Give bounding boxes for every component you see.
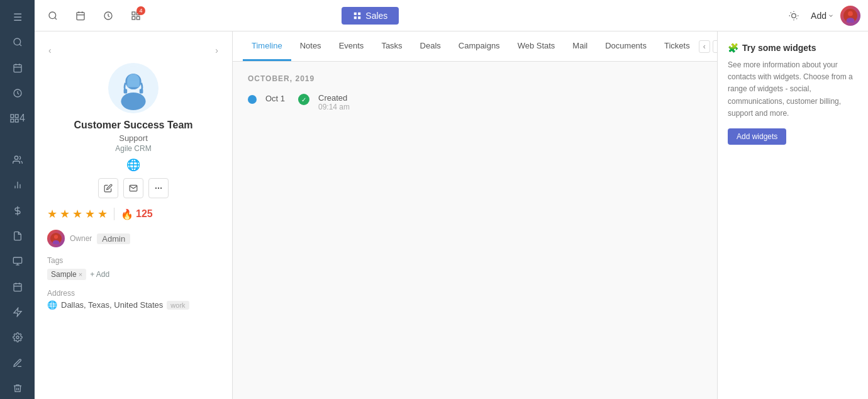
address-row: 🌐 Dallas, Texas, United States work [47, 300, 220, 310]
document-icon[interactable] [5, 225, 30, 247]
address-type-badge: work [167, 301, 189, 310]
divider [114, 208, 114, 220]
tab-prev-button[interactable]: ‹ [699, 40, 710, 53]
svg-rect-55 [124, 89, 128, 93]
settings-icon[interactable] [5, 327, 30, 348]
contact-nav-arrows: ‹ › [45, 44, 222, 57]
svg-rect-8 [15, 115, 18, 118]
svg-point-52 [121, 93, 145, 110]
calendar-topbar-icon[interactable] [70, 5, 91, 26]
contact-sidebar: ‹ › Customer Success Team [35, 31, 233, 399]
svg-point-0 [14, 38, 21, 45]
chart-icon[interactable] [5, 174, 30, 196]
prev-contact-button[interactable]: ‹ [45, 44, 55, 57]
contact-name: Customer Success Team [74, 120, 192, 131]
trash-icon[interactable] [5, 378, 30, 399]
svg-rect-32 [132, 12, 135, 15]
tab-events[interactable]: Events [330, 32, 373, 61]
svg-rect-35 [136, 16, 140, 20]
tab-timeline[interactable]: Timeline [243, 32, 291, 61]
svg-rect-39 [359, 16, 361, 19]
star-2[interactable]: ★ [60, 207, 70, 221]
edit-button[interactable] [98, 178, 118, 198]
globe-icon: 🌐 [126, 158, 140, 172]
address-section: Address 🌐 Dallas, Texas, United States w… [45, 289, 222, 310]
tabs-bar: Timeline Notes Events Tasks Deals Campai… [233, 31, 717, 62]
owner-name: Admin [97, 233, 130, 244]
tags-section-label: Tags [45, 256, 222, 265]
tab-mail[interactable]: Mail [564, 32, 596, 61]
timeline-item: Oct 1 ✓ Created 09:14 am [248, 93, 702, 111]
tag-remove-button[interactable]: × [79, 271, 82, 278]
timeline-event-time: 09:14 am [318, 103, 350, 111]
add-button[interactable]: Add [811, 11, 834, 21]
tab-deals[interactable]: Deals [411, 32, 450, 61]
apps-icon[interactable]: 4 [5, 108, 30, 129]
svg-point-59 [160, 188, 162, 189]
svg-rect-38 [354, 16, 357, 19]
svg-point-58 [158, 188, 159, 189]
svg-rect-9 [11, 120, 14, 123]
monitor-icon[interactable] [5, 250, 30, 272]
timeline-event-title: Created [318, 93, 350, 103]
menu-icon[interactable]: ☰ [5, 6, 30, 28]
owner-row: Owner Admin [45, 230, 222, 247]
tag-sample: Sample × [47, 269, 86, 280]
search-icon[interactable] [5, 31, 30, 53]
dollar-icon[interactable] [5, 200, 30, 221]
tab-nav-arrows: ‹ › [699, 40, 717, 53]
tab-next-button[interactable]: › [713, 40, 717, 53]
sales-button[interactable]: Sales [342, 7, 399, 25]
timer-icon[interactable] [5, 82, 30, 104]
puzzle-icon: 🧩 [728, 43, 738, 53]
svg-point-57 [155, 188, 157, 189]
timeline-dot [248, 95, 257, 104]
apps-badge: 4 [136, 6, 145, 15]
tab-documents[interactable]: Documents [596, 32, 655, 61]
calendar-icon[interactable] [5, 57, 30, 79]
gear2-icon[interactable] [5, 352, 30, 373]
location-icon: 🌐 [47, 300, 57, 310]
address-text: Dallas, Texas, United States [61, 300, 163, 310]
svg-line-43 [791, 12, 791, 13]
owner-avatar [47, 230, 65, 247]
svg-line-26 [55, 18, 57, 20]
svg-rect-34 [132, 16, 135, 20]
add-tag-button[interactable]: + Add [90, 270, 109, 279]
svg-marker-23 [14, 308, 21, 316]
email-button[interactable] [123, 178, 143, 198]
calendar2-icon[interactable] [5, 276, 30, 297]
contact-crm: Agile CRM [115, 144, 151, 153]
next-contact-button[interactable]: › [211, 44, 222, 57]
star-3[interactable]: ★ [72, 207, 82, 221]
svg-rect-56 [140, 89, 143, 93]
svg-line-1 [19, 45, 21, 47]
svg-rect-7 [11, 115, 14, 118]
tab-webstats[interactable]: Web Stats [509, 32, 564, 61]
tab-tickets[interactable]: Tickets [655, 32, 699, 61]
add-widgets-button[interactable]: Add widgets [728, 128, 786, 145]
flame-score: 🔥 125 [121, 208, 153, 220]
star-1[interactable]: ★ [47, 207, 57, 221]
more-button[interactable] [148, 178, 169, 198]
people-icon[interactable] [5, 149, 30, 171]
tab-notes[interactable]: Notes [291, 32, 330, 61]
svg-point-25 [49, 12, 56, 19]
tab-campaigns[interactable]: Campaigns [450, 32, 509, 61]
star-5[interactable]: ★ [97, 207, 108, 221]
user-avatar[interactable] [840, 6, 860, 26]
widget-panel-title: 🧩 Try some widgets [728, 43, 858, 53]
star-4[interactable]: ★ [85, 207, 95, 221]
timeline-date: Oct 1 [265, 94, 289, 103]
svg-rect-37 [359, 12, 361, 14]
search-topbar-icon[interactable] [42, 5, 64, 26]
apps-topbar-icon[interactable]: 4 [125, 5, 147, 26]
svg-rect-16 [13, 257, 21, 263]
svg-rect-10 [15, 120, 18, 123]
tab-tasks[interactable]: Tasks [372, 32, 411, 61]
brightness-icon[interactable] [783, 5, 804, 26]
tags-row: Sample × + Add [45, 269, 222, 280]
timer-topbar-icon[interactable] [97, 5, 119, 26]
lightning-icon[interactable] [5, 301, 30, 323]
svg-rect-36 [354, 12, 357, 14]
